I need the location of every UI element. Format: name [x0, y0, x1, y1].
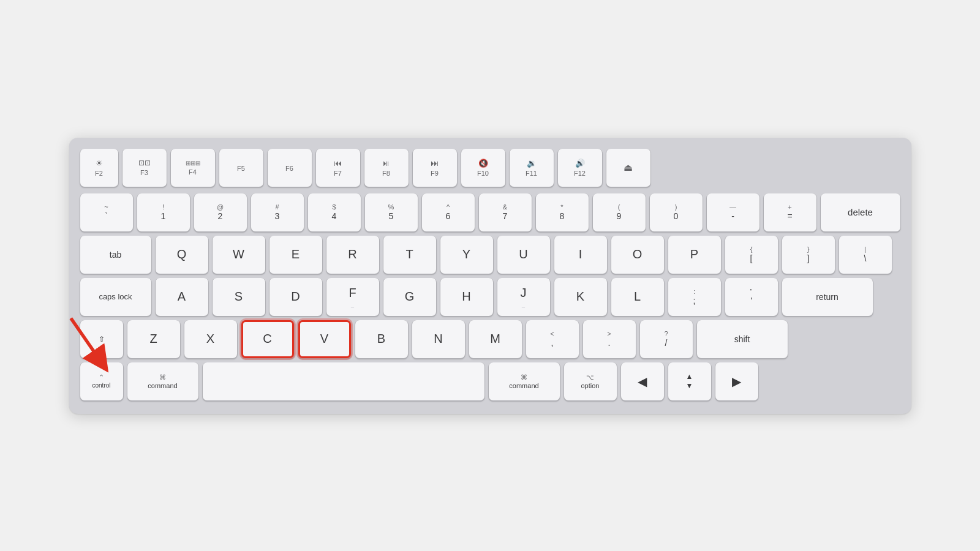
key-pipe[interactable]: | \: [839, 236, 892, 274]
key-c[interactable]: C: [241, 320, 294, 358]
key-4[interactable]: $ 4: [308, 193, 361, 231]
key-q[interactable]: Q: [156, 236, 208, 274]
bottom-row: ⌃ control ⌘ command ⌘ command: [80, 362, 900, 400]
key-y[interactable]: Y: [440, 236, 493, 274]
fn-row: ☀ F2 ⊡⊡ F3 ⊞⊞⊞ F4 F5: [80, 149, 900, 187]
f4-icon: ⊞⊞⊞: [186, 160, 200, 167]
key-return[interactable]: return: [782, 278, 873, 316]
key-caps[interactable]: caps lock: [80, 278, 151, 316]
key-f11[interactable]: 🔉 F11: [510, 149, 554, 187]
qwerty-row: tab Q W E R T Y U I O P { [ } ]: [80, 236, 900, 274]
key-arrow-updown[interactable]: ▲ ▼: [668, 362, 711, 400]
key-v[interactable]: V: [298, 320, 351, 358]
f8-icon: ⏯: [382, 159, 390, 168]
key-x[interactable]: X: [184, 320, 237, 358]
key-comma[interactable]: < ,: [526, 320, 579, 358]
keyboard: ☀ F2 ⊡⊡ F3 ⊞⊞⊞ F4 F5: [69, 138, 911, 414]
key-minus[interactable]: — -: [707, 193, 760, 231]
key-command-right[interactable]: ⌘ command: [489, 362, 560, 400]
key-semicolon[interactable]: : ;: [668, 278, 721, 316]
key-h[interactable]: H: [440, 278, 493, 316]
key-slash[interactable]: ? /: [640, 320, 693, 358]
f3-icon: ⊡⊡: [138, 159, 151, 167]
key-eject[interactable]: ⏏: [606, 149, 650, 187]
key-period[interactable]: > .: [583, 320, 636, 358]
key-shift-right[interactable]: shift: [697, 320, 788, 358]
key-s[interactable]: S: [213, 278, 265, 316]
key-fn-ctrl[interactable]: ⌃ control: [80, 362, 123, 400]
key-i[interactable]: I: [554, 236, 607, 274]
key-3[interactable]: # 3: [251, 193, 304, 231]
key-lbracket[interactable]: { [: [725, 236, 778, 274]
key-f5[interactable]: F5: [219, 149, 263, 187]
key-l[interactable]: L: [611, 278, 664, 316]
key-z[interactable]: Z: [127, 320, 180, 358]
eject-icon: ⏏: [624, 162, 633, 173]
key-n[interactable]: N: [412, 320, 465, 358]
key-command-left[interactable]: ⌘ command: [127, 362, 198, 400]
f10-icon: 🔇: [478, 159, 488, 168]
key-delete[interactable]: delete: [821, 193, 900, 231]
key-f10[interactable]: 🔇 F10: [461, 149, 505, 187]
key-tilde[interactable]: ~ `: [80, 193, 133, 231]
number-row: ~ ` ! 1 @ 2 # 3: [80, 193, 900, 231]
key-f[interactable]: F _: [326, 278, 379, 316]
f7-icon: ⏮: [334, 159, 342, 168]
key-a[interactable]: A: [156, 278, 208, 316]
key-f2[interactable]: ☀ F2: [80, 149, 118, 187]
key-shift-left[interactable]: ⇧: [80, 320, 123, 358]
key-w[interactable]: W: [213, 236, 265, 274]
key-f6[interactable]: F6: [268, 149, 312, 187]
key-f4[interactable]: ⊞⊞⊞ F4: [171, 149, 215, 187]
key-space[interactable]: [203, 362, 484, 400]
key-8[interactable]: * 8: [536, 193, 589, 231]
key-1[interactable]: ! 1: [137, 193, 190, 231]
key-b[interactable]: B: [355, 320, 408, 358]
key-arrow-right[interactable]: ▶: [715, 362, 758, 400]
key-arrow-left[interactable]: ◀: [621, 362, 664, 400]
keyboard-rows: ☀ F2 ⊡⊡ F3 ⊞⊞⊞ F4 F5: [80, 149, 900, 400]
key-equals[interactable]: + =: [764, 193, 816, 231]
key-rbracket[interactable]: } ]: [782, 236, 835, 274]
key-j[interactable]: J _: [497, 278, 550, 316]
key-f8[interactable]: ⏯ F8: [364, 149, 409, 187]
key-g[interactable]: G: [383, 278, 436, 316]
zxcv-row: ⇧ Z X C V B N M < , > .: [80, 320, 900, 358]
f12-icon: 🔊: [575, 159, 585, 168]
key-7[interactable]: & 7: [479, 193, 532, 231]
key-p[interactable]: P: [668, 236, 721, 274]
key-o[interactable]: O: [611, 236, 664, 274]
asdf-row: caps lock A S D F _ G H J _ K L: [80, 278, 900, 316]
key-r[interactable]: R: [326, 236, 379, 274]
f9-icon: ⏭: [431, 159, 439, 168]
key-f7[interactable]: ⏮ F7: [316, 149, 360, 187]
key-5[interactable]: % 5: [365, 193, 418, 231]
key-0[interactable]: ) 0: [650, 193, 703, 231]
key-m[interactable]: M: [469, 320, 522, 358]
f11-icon: 🔉: [527, 159, 537, 168]
f2-icon: ☀: [96, 159, 103, 168]
key-u[interactable]: U: [497, 236, 550, 274]
key-k[interactable]: K: [554, 278, 607, 316]
key-quote[interactable]: " ': [725, 278, 778, 316]
key-option-right[interactable]: ⌥ option: [564, 362, 617, 400]
key-f9[interactable]: ⏭ F9: [413, 149, 457, 187]
key-2[interactable]: @ 2: [194, 193, 247, 231]
key-e[interactable]: E: [270, 236, 322, 274]
key-9[interactable]: ( 9: [593, 193, 646, 231]
key-d[interactable]: D: [270, 278, 322, 316]
key-tab[interactable]: tab: [80, 236, 151, 274]
key-6[interactable]: ^ 6: [422, 193, 475, 231]
key-f12[interactable]: 🔊 F12: [558, 149, 602, 187]
key-f3[interactable]: ⊡⊡ F3: [123, 149, 167, 187]
key-t[interactable]: T: [383, 236, 436, 274]
